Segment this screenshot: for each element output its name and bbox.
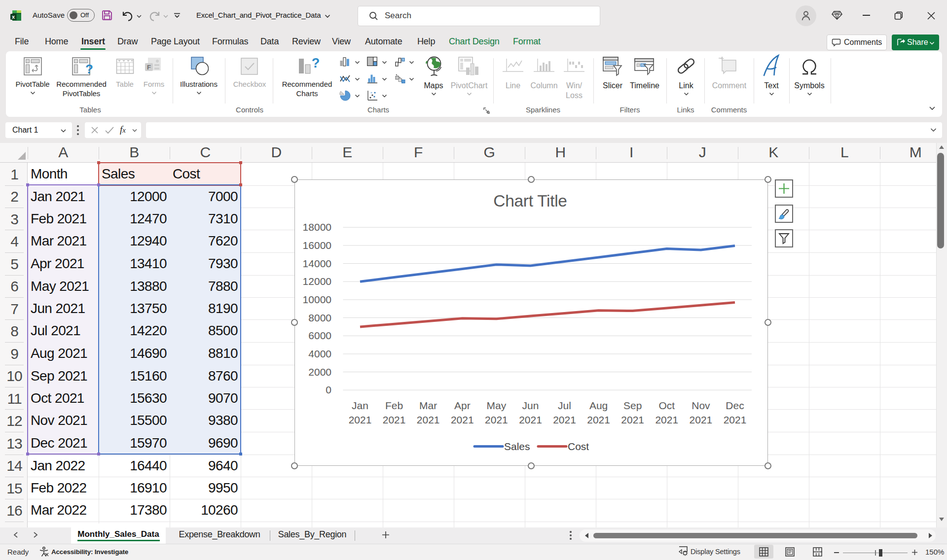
svg-text:Apr: Apr [454,400,471,411]
svg-text:Oct: Oct [658,400,675,411]
svg-text:2021: 2021 [690,414,713,425]
svg-text:Feb: Feb [385,400,403,411]
svg-text:2021: 2021 [519,414,542,425]
svg-text:18000: 18000 [303,221,331,233]
svg-text:2021: 2021 [655,414,678,425]
svg-text:0: 0 [326,384,331,395]
svg-text:2021: 2021 [383,414,406,425]
svg-text:2021: 2021 [724,414,747,425]
svg-text:16000: 16000 [303,240,331,251]
svg-text:2021: 2021 [485,414,508,425]
svg-text:2021: 2021 [621,414,644,425]
svg-text:2021: 2021 [553,414,576,425]
svg-text:14000: 14000 [303,258,331,269]
svg-text:Cost: Cost [568,441,589,452]
svg-text:Jul: Jul [558,400,571,411]
svg-text:Sep: Sep [623,400,642,411]
svg-text:2021: 2021 [349,414,372,425]
svg-text:6000: 6000 [308,330,331,341]
svg-text:Nov: Nov [692,400,710,411]
svg-text:Jan: Jan [352,400,368,411]
svg-text:May: May [487,400,507,411]
svg-text:8000: 8000 [308,312,331,323]
svg-text:4000: 4000 [308,348,331,359]
svg-text:2021: 2021 [587,414,610,425]
svg-text:2021: 2021 [451,414,474,425]
svg-text:2021: 2021 [417,414,440,425]
svg-text:10000: 10000 [303,294,331,305]
svg-text:2000: 2000 [308,366,331,378]
svg-text:Jun: Jun [522,400,539,411]
svg-text:Mar: Mar [419,400,437,411]
svg-text:Aug: Aug [589,400,608,411]
svg-text:Sales: Sales [504,441,530,452]
svg-text:Dec: Dec [726,400,744,411]
svg-text:12000: 12000 [303,276,331,287]
